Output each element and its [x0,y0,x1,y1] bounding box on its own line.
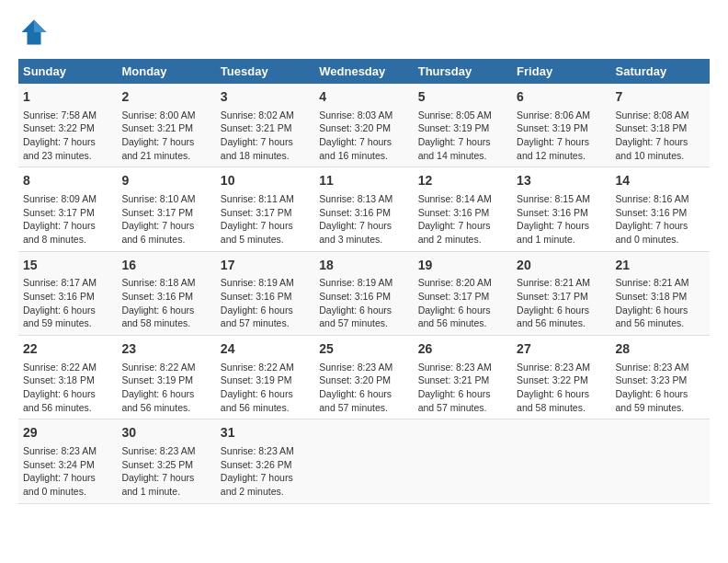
calendar-cell: 22Sunrise: 8:22 AM Sunset: 3:18 PM Dayli… [18,336,117,419]
calendar-week-row: 1Sunrise: 7:58 AM Sunset: 3:22 PM Daylig… [18,84,710,167]
day-header-sunday: Sunday [18,59,117,84]
day-number: 2 [121,88,210,107]
day-info: Sunrise: 8:22 AM Sunset: 3:18 PM Dayligh… [23,361,112,415]
day-info: Sunrise: 8:17 AM Sunset: 3:16 PM Dayligh… [23,276,112,330]
calendar-week-row: 8Sunrise: 8:09 AM Sunset: 3:17 PM Daylig… [18,167,710,251]
day-info: Sunrise: 8:23 AM Sunset: 3:23 PM Dayligh… [616,361,705,415]
calendar-cell: 29Sunrise: 8:23 AM Sunset: 3:24 PM Dayli… [18,419,117,503]
calendar-cell: 13Sunrise: 8:15 AM Sunset: 3:16 PM Dayli… [512,167,610,251]
day-info: Sunrise: 8:22 AM Sunset: 3:19 PM Dayligh… [121,361,210,415]
day-info: Sunrise: 8:16 AM Sunset: 3:16 PM Dayligh… [616,192,705,247]
calendar-cell: 9Sunrise: 8:10 AM Sunset: 3:17 PM Daylig… [117,167,215,251]
calendar-cell: 14Sunrise: 8:16 AM Sunset: 3:16 PM Dayli… [611,167,710,251]
calendar-cell: 3Sunrise: 8:02 AM Sunset: 3:21 PM Daylig… [216,84,314,167]
day-info: Sunrise: 8:21 AM Sunset: 3:17 PM Dayligh… [517,276,606,330]
day-info: Sunrise: 8:06 AM Sunset: 3:19 PM Dayligh… [517,109,606,163]
day-info: Sunrise: 8:05 AM Sunset: 3:19 PM Dayligh… [418,109,507,163]
day-info: Sunrise: 8:23 AM Sunset: 3:21 PM Dayligh… [418,361,507,415]
calendar-cell [314,419,413,503]
day-number: 14 [616,172,705,190]
day-number: 26 [418,340,507,359]
day-header-thursday: Thursday [414,59,512,84]
calendar-cell [414,419,512,503]
calendar-cell: 21Sunrise: 8:21 AM Sunset: 3:18 PM Dayli… [611,251,710,335]
calendar-cell: 17Sunrise: 8:19 AM Sunset: 3:16 PM Dayli… [216,251,314,335]
day-number: 25 [319,340,408,359]
day-info: Sunrise: 8:09 AM Sunset: 3:17 PM Dayligh… [23,192,112,247]
day-number: 8 [23,172,112,190]
calendar-cell: 25Sunrise: 8:23 AM Sunset: 3:20 PM Dayli… [314,336,413,419]
day-info: Sunrise: 8:19 AM Sunset: 3:16 PM Dayligh… [319,276,408,330]
calendar-cell: 16Sunrise: 8:18 AM Sunset: 3:16 PM Dayli… [117,251,215,335]
calendar-cell: 31Sunrise: 8:23 AM Sunset: 3:26 PM Dayli… [216,419,314,503]
calendar-cell: 26Sunrise: 8:23 AM Sunset: 3:21 PM Dayli… [414,336,512,419]
day-number: 13 [517,172,606,190]
day-info: Sunrise: 8:02 AM Sunset: 3:21 PM Dayligh… [221,109,310,163]
day-number: 4 [319,88,408,107]
day-info: Sunrise: 8:10 AM Sunset: 3:17 PM Dayligh… [121,192,210,247]
day-number: 31 [221,424,310,442]
calendar-cell: 11Sunrise: 8:13 AM Sunset: 3:16 PM Dayli… [314,167,413,251]
day-info: Sunrise: 8:20 AM Sunset: 3:17 PM Dayligh… [418,276,507,330]
calendar-cell: 19Sunrise: 8:20 AM Sunset: 3:17 PM Dayli… [414,251,512,335]
calendar-cell [611,419,710,503]
calendar-week-row: 22Sunrise: 8:22 AM Sunset: 3:18 PM Dayli… [18,336,710,419]
day-number: 24 [221,340,310,359]
day-header-wednesday: Wednesday [314,59,413,84]
day-number: 21 [616,257,705,275]
day-number: 11 [319,172,408,190]
day-number: 27 [517,340,606,359]
calendar-cell: 4Sunrise: 8:03 AM Sunset: 3:20 PM Daylig… [314,84,413,167]
day-number: 16 [121,257,210,275]
day-info: Sunrise: 8:00 AM Sunset: 3:21 PM Dayligh… [121,109,210,163]
calendar-cell: 30Sunrise: 8:23 AM Sunset: 3:25 PM Dayli… [117,419,215,503]
day-info: Sunrise: 8:23 AM Sunset: 3:26 PM Dayligh… [221,444,310,499]
calendar-cell: 23Sunrise: 8:22 AM Sunset: 3:19 PM Dayli… [117,336,215,419]
calendar-cell: 6Sunrise: 8:06 AM Sunset: 3:19 PM Daylig… [512,84,610,167]
day-number: 12 [418,172,507,190]
day-number: 15 [23,257,112,275]
day-info: Sunrise: 8:18 AM Sunset: 3:16 PM Dayligh… [121,276,210,330]
day-number: 3 [221,88,310,107]
day-info: Sunrise: 8:08 AM Sunset: 3:18 PM Dayligh… [616,109,705,163]
calendar-week-row: 15Sunrise: 8:17 AM Sunset: 3:16 PM Dayli… [18,251,710,335]
calendar-cell: 18Sunrise: 8:19 AM Sunset: 3:16 PM Dayli… [314,251,413,335]
calendar-cell: 27Sunrise: 8:23 AM Sunset: 3:22 PM Dayli… [512,336,610,419]
day-number: 23 [121,340,210,359]
day-number: 22 [23,340,112,359]
day-info: Sunrise: 8:15 AM Sunset: 3:16 PM Dayligh… [517,192,606,247]
svg-marker-1 [34,20,47,33]
day-info: Sunrise: 8:11 AM Sunset: 3:17 PM Dayligh… [221,192,310,247]
day-number: 28 [616,340,705,359]
day-number: 18 [319,257,408,275]
calendar-cell: 7Sunrise: 8:08 AM Sunset: 3:18 PM Daylig… [611,84,710,167]
day-info: Sunrise: 8:21 AM Sunset: 3:18 PM Dayligh… [616,276,705,330]
calendar-table: SundayMondayTuesdayWednesdayThursdayFrid… [18,59,710,504]
day-number: 29 [23,424,112,442]
calendar-cell: 12Sunrise: 8:14 AM Sunset: 3:16 PM Dayli… [414,167,512,251]
day-number: 19 [418,257,507,275]
calendar-cell: 15Sunrise: 8:17 AM Sunset: 3:16 PM Dayli… [18,251,117,335]
logo [18,18,48,50]
day-info: Sunrise: 8:23 AM Sunset: 3:24 PM Dayligh… [23,444,112,499]
day-header-tuesday: Tuesday [216,59,314,84]
calendar-cell: 1Sunrise: 7:58 AM Sunset: 3:22 PM Daylig… [18,84,117,167]
day-number: 9 [121,172,210,190]
day-info: Sunrise: 8:23 AM Sunset: 3:25 PM Dayligh… [121,444,210,499]
calendar-cell [512,419,610,503]
day-info: Sunrise: 8:23 AM Sunset: 3:22 PM Dayligh… [517,361,606,415]
day-info: Sunrise: 8:22 AM Sunset: 3:19 PM Dayligh… [221,361,310,415]
day-info: Sunrise: 8:03 AM Sunset: 3:20 PM Dayligh… [319,109,408,163]
day-number: 5 [418,88,507,107]
day-number: 7 [616,88,705,107]
day-number: 10 [221,172,310,190]
day-info: Sunrise: 7:58 AM Sunset: 3:22 PM Dayligh… [23,109,112,163]
calendar-cell: 5Sunrise: 8:05 AM Sunset: 3:19 PM Daylig… [414,84,512,167]
calendar-cell: 8Sunrise: 8:09 AM Sunset: 3:17 PM Daylig… [18,167,117,251]
calendar-cell: 2Sunrise: 8:00 AM Sunset: 3:21 PM Daylig… [117,84,215,167]
calendar-header-row: SundayMondayTuesdayWednesdayThursdayFrid… [18,59,710,84]
day-info: Sunrise: 8:14 AM Sunset: 3:16 PM Dayligh… [418,192,507,247]
day-info: Sunrise: 8:13 AM Sunset: 3:16 PM Dayligh… [319,192,408,247]
day-header-saturday: Saturday [611,59,710,84]
day-number: 20 [517,257,606,275]
